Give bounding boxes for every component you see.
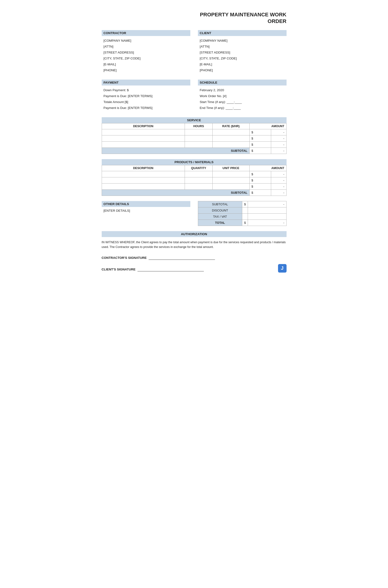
products-row-1: $ -	[102, 177, 286, 183]
service-subtotal-dollar: $	[249, 148, 271, 154]
products-unit-1	[212, 177, 249, 183]
payment-line1: Down Payment: $	[104, 87, 188, 93]
contractor-attn: [ATTN]	[104, 44, 188, 50]
service-col-hours: HOURS	[185, 123, 213, 129]
totals-discount-dollar	[242, 207, 248, 213]
authorization-header: AUTHORIZATION	[102, 231, 287, 237]
client-phone: [PHONE]	[200, 67, 285, 73]
totals-total-label: TOTAL	[198, 219, 242, 226]
client-box: CLIENT [COMPANY NAME] [ATTN] [STREET ADD…	[198, 30, 287, 74]
totals-box: SUBTOTAL $ - DISCOUNT TAX / VAT TOTAL $	[198, 201, 287, 226]
service-subtotal-label: SUBTOTAL	[102, 148, 249, 154]
schedule-start-time: Start Time (if any): ____:____	[200, 99, 285, 105]
service-dollar-0: $	[249, 129, 271, 135]
contractor-signature-line: CONTRACTOR'S SIGNATURE	[102, 256, 287, 260]
totals-table: SUBTOTAL $ - DISCOUNT TAX / VAT TOTAL $	[198, 201, 287, 226]
watermark: J	[278, 264, 287, 273]
products-dollar-2: $	[249, 183, 271, 189]
service-row-1: $ -	[102, 135, 286, 141]
products-col-quantity: QUANTITY	[185, 165, 213, 171]
contractor-sig-underline	[149, 256, 215, 260]
service-dollar-1: $	[249, 135, 271, 141]
products-amount-0: -	[271, 171, 286, 177]
service-hours-1	[185, 135, 213, 141]
contractor-body: [COMPANY NAME] [ATTN] [STREET ADDRESS] […	[102, 37, 190, 74]
products-table: DESCRIPTION QUANTITY UNIT PRICE AMOUNT $…	[102, 165, 287, 196]
products-row-2: $ -	[102, 183, 286, 189]
contractor-address: [STREET ADDRESS]	[104, 50, 188, 56]
client-city: [CITY, STATE, ZIP CODE]	[200, 56, 285, 62]
totals-subtotal-row: SUBTOTAL $ -	[198, 201, 286, 207]
service-subtotal-row: SUBTOTAL $ -	[102, 148, 286, 154]
client-signature-line: CLIENT'S SIGNATURE J	[102, 266, 287, 273]
products-subtotal-label: SUBTOTAL	[102, 189, 249, 196]
service-hours-0	[185, 129, 213, 135]
products-subtotal-row: SUBTOTAL $ -	[102, 189, 286, 196]
products-col-amount: AMOUNT	[249, 165, 286, 171]
client-attn: [ATTN]	[200, 44, 285, 50]
totals-tax-value	[248, 213, 286, 219]
totals-tax-label: TAX / VAT	[198, 213, 242, 219]
client-email: [E-MAIL]	[200, 62, 285, 67]
products-subtotal-dollar: $	[249, 189, 271, 196]
service-col-amount: AMOUNT	[249, 123, 286, 129]
service-desc-2	[102, 141, 185, 148]
contractor-email: [E-MAIL]	[104, 62, 188, 67]
service-rate-1	[212, 135, 249, 141]
other-details-header: OTHER DETAILS	[102, 201, 190, 207]
products-unit-0	[212, 171, 249, 177]
service-desc-0	[102, 129, 185, 135]
schedule-end-time: End Time (if any): ____:____	[200, 105, 285, 111]
payment-body: Down Payment: $ Payment is Due: [ENTER T…	[102, 87, 190, 112]
products-amount-1: -	[271, 177, 286, 183]
totals-tax-dollar	[242, 213, 248, 219]
products-desc-2	[102, 183, 185, 189]
client-sig-label: CLIENT'S SIGNATURE	[102, 268, 136, 271]
totals-tax-row: TAX / VAT	[198, 213, 286, 219]
other-details-text: [ENTER DETAILS]	[104, 209, 188, 212]
payment-line4: Payment is Due: [ENTER TERMS]	[104, 105, 188, 111]
contractor-box: CONTRACTOR [COMPANY NAME] [ATTN] [STREET…	[102, 30, 190, 74]
schedule-date: February 2, 2020	[200, 87, 285, 93]
title-line1: PROPERTY MAINTENANCE WORK	[200, 12, 286, 18]
contractor-city: [CITY, STATE, ZIP CODE]	[104, 56, 188, 62]
bottom-section: OTHER DETAILS [ENTER DETAILS] SUBTOTAL $…	[102, 201, 287, 226]
contractor-phone: [PHONE]	[104, 67, 188, 73]
contractor-client-section: CONTRACTOR [COMPANY NAME] [ATTN] [STREET…	[102, 30, 287, 74]
contractor-sig-label: CONTRACTOR'S SIGNATURE	[102, 256, 147, 260]
service-rate-0	[212, 129, 249, 135]
products-desc-0	[102, 171, 185, 177]
schedule-box: SCHEDULE February 2, 2020 Work Order No.…	[198, 80, 287, 112]
client-company: [COMPANY NAME]	[200, 38, 285, 44]
schedule-work-order: Work Order No. [#]	[200, 93, 285, 99]
service-section: SERVICE DESCRIPTION HOURS RATE ($/HR) AM…	[102, 117, 287, 154]
schedule-header: SCHEDULE	[198, 80, 287, 86]
totals-total-value: -	[248, 219, 286, 226]
products-title: PRODUCTS / MATERIALS	[102, 159, 287, 165]
service-hours-2	[185, 141, 213, 148]
totals-discount-row: DISCOUNT	[198, 207, 286, 213]
client-address: [STREET ADDRESS]	[200, 50, 285, 56]
totals-subtotal-value: -	[248, 201, 286, 207]
service-rate-2	[212, 141, 249, 148]
client-header: CLIENT	[198, 30, 287, 36]
title-line2: ORDER	[267, 18, 286, 24]
service-subtotal-value: -	[271, 148, 286, 154]
page-title: PROPERTY MAINTENANCE WORK ORDER	[102, 11, 287, 24]
products-subtotal-value: -	[271, 189, 286, 196]
service-col-description: DESCRIPTION	[102, 123, 185, 129]
other-details-body: [ENTER DETAILS]	[102, 208, 190, 213]
schedule-body: February 2, 2020 Work Order No. [#] Star…	[198, 87, 287, 112]
totals-discount-value	[248, 207, 286, 213]
products-amount-2: -	[271, 183, 286, 189]
products-dollar-0: $	[249, 171, 271, 177]
watermark-icon: J	[278, 264, 287, 273]
totals-discount-label: DISCOUNT	[198, 207, 242, 213]
service-desc-1	[102, 135, 185, 141]
service-col-rate: RATE ($/HR)	[212, 123, 249, 129]
client-body: [COMPANY NAME] [ATTN] [STREET ADDRESS] […	[198, 37, 287, 74]
products-section: PRODUCTS / MATERIALS DESCRIPTION QUANTIT…	[102, 159, 287, 196]
totals-subtotal-label: SUBTOTAL	[198, 201, 242, 207]
products-unit-2	[212, 183, 249, 189]
service-table: DESCRIPTION HOURS RATE ($/HR) AMOUNT $ -…	[102, 123, 287, 154]
